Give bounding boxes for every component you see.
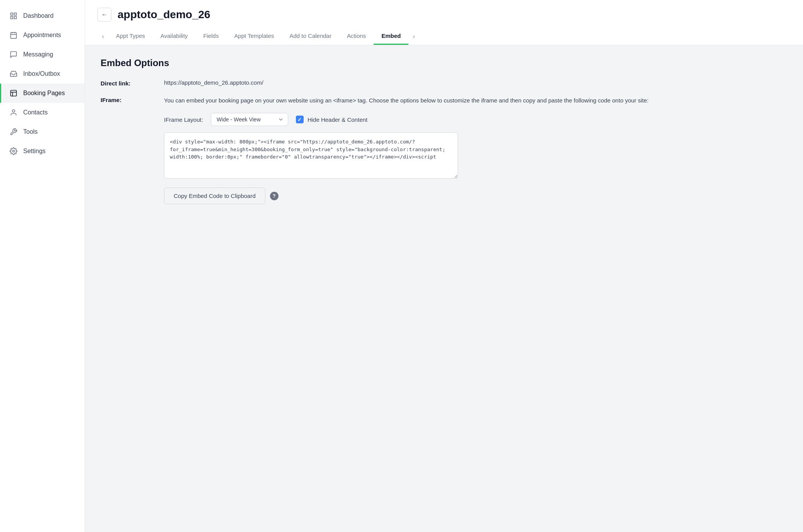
tab-actions[interactable]: Actions — [339, 28, 374, 45]
tab-appt-types[interactable]: Appt Types — [108, 28, 153, 45]
sidebar-item-settings[interactable]: Settings — [0, 142, 85, 161]
hide-header-checkbox[interactable] — [296, 116, 304, 123]
iframe-description: You can embed your booking page on your … — [164, 96, 788, 105]
sidebar-item-dashboard[interactable]: Dashboard — [0, 6, 85, 26]
sidebar-label-tools: Tools — [23, 128, 38, 135]
inbox-icon — [9, 70, 18, 78]
embed-options-title: Embed Options — [101, 58, 788, 68]
sidebar-item-inbox[interactable]: Inbox/Outbox — [0, 64, 85, 84]
grid-icon — [9, 12, 18, 20]
sidebar-label-booking-pages: Booking Pages — [23, 90, 65, 97]
iframe-layout-select[interactable]: Wide - Week View Narrow - Day View Inlin… — [211, 113, 288, 126]
sidebar-label-messaging: Messaging — [23, 51, 53, 58]
back-arrow-icon: ← — [101, 11, 108, 18]
svg-point-11 — [12, 110, 15, 113]
sidebar-item-tools[interactable]: Tools — [0, 122, 85, 142]
main-content: ← apptoto_demo_26 ‹ Appt Types Availabil… — [85, 0, 803, 532]
sidebar-label-settings: Settings — [23, 148, 46, 155]
title-row: ← apptoto_demo_26 — [97, 8, 791, 22]
tab-availability[interactable]: Availability — [153, 28, 196, 45]
iframe-content: You can embed your booking page on your … — [164, 96, 788, 204]
page-header: ← apptoto_demo_26 ‹ Appt Types Availabil… — [85, 0, 803, 45]
tab-fields[interactable]: Fields — [195, 28, 226, 45]
sidebar-label-inbox: Inbox/Outbox — [23, 70, 60, 77]
direct-link-label: Direct link: — [101, 79, 155, 87]
direct-link-value: https://apptoto_demo_26.apptoto.com/ — [164, 79, 788, 87]
active-indicator — [0, 84, 1, 103]
page-title: apptoto_demo_26 — [118, 9, 210, 21]
iframe-layout-label: IFrame Layout: — [164, 116, 203, 123]
sidebar-label-dashboard: Dashboard — [23, 12, 53, 19]
sidebar-item-appointments[interactable]: Appointments — [0, 26, 85, 45]
tab-scroll-left[interactable]: ‹ — [97, 28, 108, 45]
sidebar-label-appointments: Appointments — [23, 32, 61, 39]
embed-code-textarea[interactable] — [164, 132, 458, 179]
svg-rect-3 — [14, 17, 17, 19]
help-icon[interactable]: ? — [270, 192, 278, 200]
svg-point-12 — [13, 150, 15, 152]
copy-embed-button[interactable]: Copy Embed Code to Clipboard — [164, 188, 265, 204]
settings-icon — [9, 147, 18, 155]
sidebar-item-messaging[interactable]: Messaging — [0, 45, 85, 64]
svg-rect-0 — [11, 13, 13, 15]
tab-scroll-right[interactable]: › — [408, 28, 419, 45]
svg-rect-4 — [11, 32, 17, 38]
tool-icon — [9, 128, 18, 136]
message-icon — [9, 50, 18, 59]
tab-add-to-calendar[interactable]: Add to Calendar — [282, 28, 339, 45]
embed-content: Embed Options Direct link: https://appto… — [85, 45, 803, 532]
hide-header-label: Hide Header & Content — [308, 116, 367, 123]
svg-rect-1 — [14, 13, 17, 15]
user-icon — [9, 108, 18, 117]
copy-button-row: Copy Embed Code to Clipboard ? — [164, 188, 788, 204]
tab-appt-templates[interactable]: Appt Templates — [226, 28, 282, 45]
tabs: ‹ Appt Types Availability Fields Appt Te… — [97, 28, 791, 45]
direct-link-row: Direct link: https://apptoto_demo_26.app… — [101, 79, 788, 87]
sidebar-item-contacts[interactable]: Contacts — [0, 103, 85, 122]
sidebar: Dashboard Appointments Messaging Inbox/O… — [0, 0, 85, 532]
calendar-icon — [9, 31, 18, 39]
sidebar-item-booking-pages[interactable]: Booking Pages — [0, 84, 85, 103]
svg-rect-8 — [11, 90, 17, 96]
book-icon — [9, 89, 18, 97]
svg-rect-2 — [11, 17, 13, 19]
tab-embed[interactable]: Embed — [374, 28, 408, 45]
iframe-row: IFrame: You can embed your booking page … — [101, 96, 788, 204]
direct-link-url[interactable]: https://apptoto_demo_26.apptoto.com/ — [164, 79, 263, 86]
iframe-layout-row: IFrame Layout: Wide - Week View Narrow -… — [164, 113, 788, 126]
back-button[interactable]: ← — [97, 8, 111, 22]
sidebar-label-contacts: Contacts — [23, 109, 48, 116]
iframe-label: IFrame: — [101, 96, 155, 204]
hide-header-row: Hide Header & Content — [296, 116, 367, 123]
